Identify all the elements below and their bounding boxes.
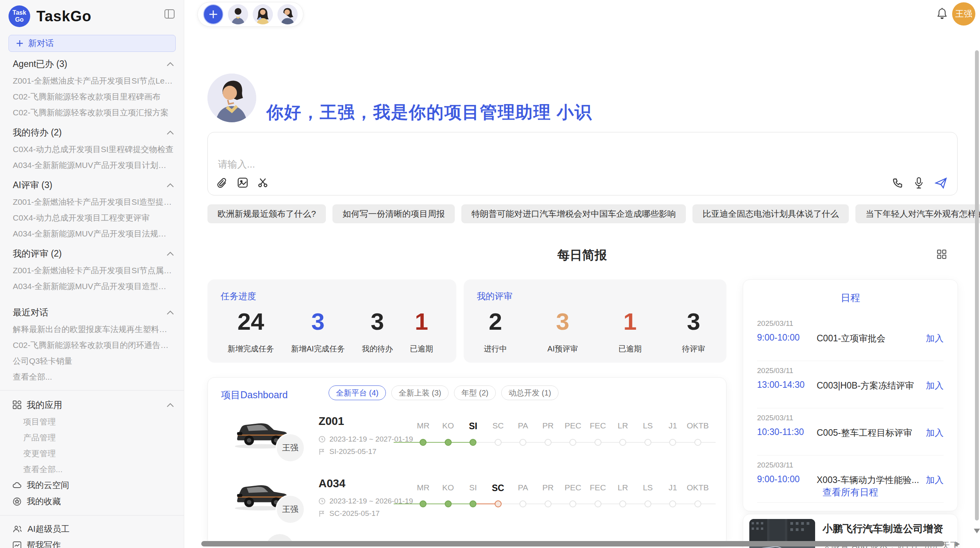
list-item[interactable]: A034-全新新能源MUV产品开发项目造型可行性评审: [0, 278, 184, 294]
section-ai-review[interactable]: AI评审 (3): [0, 176, 184, 194]
agent-avatar[interactable]: [278, 4, 298, 24]
list-item[interactable]: A034-全新新能源MUV产品开发项目法规符合性评审: [0, 226, 184, 241]
milestone-track: [411, 500, 710, 508]
milestone-dot: [569, 500, 576, 507]
sidebar-item-favorites[interactable]: 我的收藏: [0, 493, 184, 510]
sidebar-item-cloud-space[interactable]: 我的云空间: [0, 477, 184, 493]
user-avatar[interactable]: 王强: [952, 2, 975, 26]
list-item[interactable]: Z001-全新燃油轻卡产品开发项目SI节点属性5D文件评审: [0, 262, 184, 278]
list-item[interactable]: Z001-全新燃油皮卡产品开发项目SI节点Lesson Learn报告: [0, 73, 184, 89]
stat-ai-pre-review: 3 AI预评审: [547, 310, 578, 354]
add-agent-button[interactable]: [203, 4, 223, 24]
milestone-label: LR: [610, 483, 636, 493]
sidebar-item-ai-super-staff[interactable]: AI超级员工: [0, 521, 184, 537]
main-content: 王强 你好，王强，我是你的项目管理助理 小识 请输入...: [184, 0, 980, 548]
list-item[interactable]: A034-全新新能源MUV产品开发项目计划变更表编写: [0, 157, 184, 173]
vertical-scrollbar-thumb[interactable]: [975, 50, 979, 521]
sidebar-collapse-icon[interactable]: [164, 9, 175, 19]
microphone-icon[interactable]: [914, 177, 924, 189]
section-title: Agent已办 (3): [13, 58, 67, 70]
tab-powertrain[interactable]: 动总开发 (1): [501, 385, 559, 400]
milestone-dot: [545, 439, 552, 446]
app-item-project-mgmt[interactable]: 项目管理: [0, 414, 184, 430]
stat-value: 1: [410, 310, 433, 334]
agent-avatar[interactable]: [228, 4, 248, 24]
milestone-label: LS: [636, 421, 661, 432]
stat-label: 新增完成任务: [228, 344, 274, 354]
schedule-time: 9:00-10:00: [757, 332, 800, 343]
milestone-label: PA: [511, 421, 536, 432]
section-agent-done[interactable]: Agent已办 (3): [0, 55, 184, 73]
layout-grid-icon[interactable]: [937, 249, 947, 259]
scroll-right-arrow[interactable]: [955, 541, 960, 547]
tab-new-body[interactable]: 全新上装 (3): [391, 385, 449, 400]
tab-model-year[interactable]: 年型 (2): [454, 385, 496, 400]
milestone-label-current: SI: [461, 421, 486, 432]
list-item[interactable]: 公司Q3轻卡销量: [0, 353, 184, 369]
suggestion-chip[interactable]: 如何写一份清晰的项目周报: [332, 204, 455, 223]
suggestion-chip[interactable]: 欧洲新规最近颁布了什么?: [207, 204, 326, 223]
view-all-apps[interactable]: 查看全部...: [0, 461, 184, 477]
list-item[interactable]: C02-飞腾新能源轻客改款项目里程碑画布: [0, 89, 184, 104]
stat-value: 3: [682, 310, 705, 334]
join-link[interactable]: 加入: [926, 474, 944, 486]
list-item[interactable]: 解释最新出台的欧盟报废车法规再生塑料比例被调至15%...: [0, 321, 184, 337]
view-all-chats[interactable]: 查看全部...: [0, 369, 184, 385]
schedule-time: 13:00-14:30: [757, 380, 805, 390]
schedule-time: 9:00-10:00: [757, 474, 800, 485]
suggestion-chip[interactable]: 比亚迪全固态电池计划具体说了什么: [692, 204, 849, 223]
join-link[interactable]: 加入: [926, 380, 944, 392]
suggestion-chip[interactable]: 特朗普可能对进口汽车增税会对中国车企造成哪些影响: [461, 204, 686, 223]
list-item[interactable]: C0X4-动力总成开发项目SI里程碑提交物检查: [0, 141, 184, 157]
schedule-event-title: C003|H0B-方案冻结评审: [817, 380, 914, 392]
stat-label: AI预评审: [547, 344, 578, 354]
section-recent-chats[interactable]: 最近对话: [0, 303, 184, 321]
list-item[interactable]: C0X4-动力总成开发项目工程变更评审: [0, 210, 184, 226]
app-item-product-mgmt[interactable]: 产品管理: [0, 430, 184, 445]
milestone-dot-done: [420, 439, 427, 446]
tab-new-platform[interactable]: 全新平台 (4): [329, 385, 386, 400]
list-item[interactable]: Z001-全新燃油轻卡产品开发项目SI造型提交物评审: [0, 194, 184, 210]
agent-avatar[interactable]: [253, 4, 273, 24]
list-item[interactable]: C02-飞腾新能源轻客改款项目的闭环通告反馈情况: [0, 337, 184, 353]
ai-super-staff-label: AI超级员工: [27, 523, 70, 535]
new-chat-button[interactable]: 新对话: [9, 35, 176, 52]
app-item-change-mgmt[interactable]: 变更管理: [0, 445, 184, 461]
section-my-review[interactable]: 我的评审 (2): [0, 245, 184, 262]
chevron-up-icon: [167, 310, 174, 315]
milestone-label: PEC: [560, 483, 586, 493]
chat-input-placeholder: 请输入...: [218, 158, 255, 171]
chat-input-box[interactable]: 请输入...: [207, 132, 958, 195]
project-code[interactable]: A034: [319, 477, 345, 490]
milestone-dot: [595, 439, 601, 446]
flag-icon: [319, 448, 326, 455]
suggestion-chip[interactable]: 当下年轻人对汽车外观有怎样的喜好趋势: [855, 204, 980, 223]
project-dashboard-card: 项目Dashboard 全新平台 (4) 全新上装 (3) 年型 (2) 动总开…: [207, 377, 726, 546]
stat-value: 24: [228, 310, 274, 334]
stat-new-completed-tasks: 24 新增完成任务: [228, 310, 274, 354]
stat-overdue: 1 已逾期: [410, 310, 433, 354]
phone-icon[interactable]: [892, 178, 903, 188]
image-icon[interactable]: [237, 177, 248, 189]
sidebar-item-my-apps[interactable]: 我的应用: [0, 396, 184, 414]
horizontal-scrollbar-thumb[interactable]: [201, 541, 944, 546]
sidebar-item-help-me-write[interactable]: 帮我写作: [0, 537, 184, 548]
stat-value: 3: [291, 310, 345, 334]
favorites-label: 我的收藏: [27, 496, 61, 507]
join-link[interactable]: 加入: [926, 427, 944, 439]
schedule-event-title: X003-车辆动力学性能验...: [817, 474, 919, 486]
section-my-todo[interactable]: 我的待办 (2): [0, 123, 184, 141]
send-icon[interactable]: [935, 177, 947, 189]
chevron-up-icon: [167, 130, 174, 135]
app-logo: Task Go: [9, 5, 30, 27]
view-all-schedule-link[interactable]: 查看所有日程: [743, 486, 958, 498]
milestone-dot: [569, 439, 576, 446]
join-link[interactable]: 加入: [926, 332, 944, 344]
attachment-icon[interactable]: [217, 177, 228, 189]
app-logo-text-top: Task: [12, 9, 26, 16]
scissors-icon[interactable]: [257, 177, 268, 189]
notifications-bell-icon[interactable]: [937, 8, 947, 19]
scroll-down-arrow[interactable]: [974, 529, 980, 533]
list-item[interactable]: C02-飞腾新能源轻客改款项目立项汇报方案: [0, 104, 184, 120]
project-code[interactable]: Z001: [319, 415, 344, 428]
